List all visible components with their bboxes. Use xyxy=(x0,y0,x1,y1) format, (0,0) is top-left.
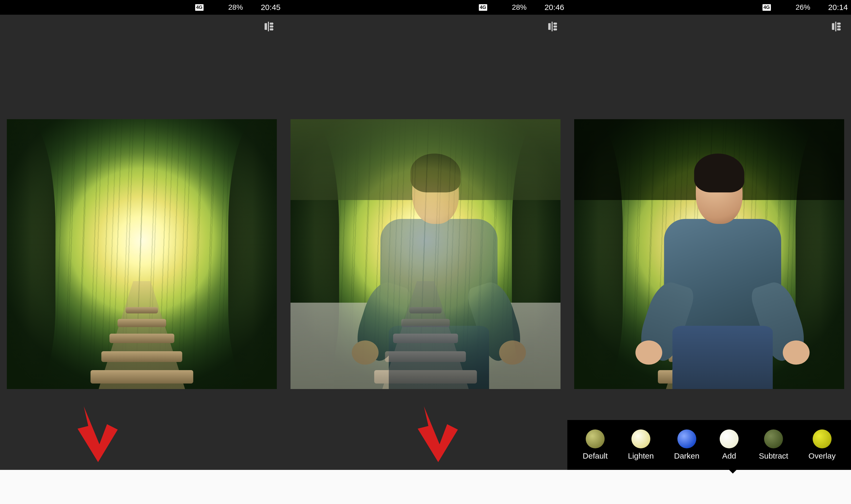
svg-point-70 xyxy=(839,29,840,30)
compare-icon xyxy=(830,21,841,32)
opacity-button[interactable] xyxy=(475,480,490,494)
bottom-toolbar xyxy=(0,470,284,504)
blend-dot-icon xyxy=(677,429,696,448)
blend-mode-label: Overlay xyxy=(809,451,835,461)
network-badge: 4G xyxy=(195,4,203,11)
blend-mode-overlay[interactable]: Overlay xyxy=(809,429,835,461)
blend-mode-label: Add xyxy=(722,451,736,461)
add-image-button[interactable] xyxy=(78,480,92,494)
network-badge: 4G xyxy=(479,4,487,11)
blend-mode-darken[interactable]: Darken xyxy=(674,429,699,461)
svg-point-44 xyxy=(555,26,556,27)
blend-dot-icon xyxy=(813,429,832,448)
phone-screen-1: 4G 28% 20:45 xyxy=(0,0,284,504)
status-bar: 4G 28% 20:46 xyxy=(284,0,567,15)
clock-time: 20:14 xyxy=(828,3,848,12)
clock-time: 20:45 xyxy=(261,3,281,12)
compare-button[interactable] xyxy=(830,21,841,32)
network-badge: 4G xyxy=(762,4,771,11)
opacity-button[interactable] xyxy=(191,480,206,494)
annotation-arrow xyxy=(75,402,120,465)
annotation-arrow xyxy=(415,402,460,465)
style-swatches-button[interactable] xyxy=(702,480,716,494)
add-image-button[interactable] xyxy=(361,480,376,494)
editing-canvas[interactable] xyxy=(290,119,561,389)
battery-percent: 28% xyxy=(228,3,243,12)
blend-mode-default[interactable]: Default xyxy=(583,429,608,461)
compare-button[interactable] xyxy=(546,21,558,32)
compare-button[interactable] xyxy=(263,21,274,32)
blend-mode-label: Subtract xyxy=(759,451,788,461)
svg-point-68 xyxy=(839,23,840,24)
editor-topbar xyxy=(0,15,284,38)
blend-dot-icon xyxy=(720,429,739,448)
blend-dot-icon xyxy=(764,429,783,448)
blend-mode-lighten[interactable]: Lighten xyxy=(628,429,654,461)
phone-screen-2: 4G 28% 20:46 xyxy=(284,0,567,504)
bottom-toolbar xyxy=(567,470,851,504)
blend-mode-subtract[interactable]: Subtract xyxy=(759,429,788,461)
svg-point-18 xyxy=(271,23,273,24)
battery-percent: 26% xyxy=(796,3,810,12)
style-swatches-button[interactable] xyxy=(418,480,433,494)
bottom-toolbar xyxy=(284,470,567,504)
confirm-button[interactable] xyxy=(815,480,830,494)
cancel-button[interactable] xyxy=(588,480,603,494)
svg-point-20 xyxy=(271,29,273,30)
svg-point-69 xyxy=(839,26,840,27)
battery-percent: 28% xyxy=(512,3,527,12)
clock-time: 20:46 xyxy=(545,3,564,12)
blend-dot-icon xyxy=(586,429,605,448)
status-bar: 4G 28% 20:45 xyxy=(0,0,284,15)
opacity-button[interactable] xyxy=(759,480,773,494)
editing-canvas[interactable] xyxy=(574,119,844,389)
svg-point-19 xyxy=(271,26,273,27)
editor-topbar xyxy=(567,15,851,38)
cancel-button[interactable] xyxy=(305,480,319,494)
blend-mode-label: Darken xyxy=(674,451,699,461)
phone-screen-3: 4G 26% 20:14 Default xyxy=(567,0,851,504)
confirm-button[interactable] xyxy=(532,480,546,494)
chevron-down-icon xyxy=(729,470,737,473)
editing-canvas[interactable] xyxy=(7,119,277,389)
confirm-button[interactable] xyxy=(248,480,263,494)
blend-mode-label: Default xyxy=(583,451,608,461)
status-bar: 4G 26% 20:14 xyxy=(567,0,851,15)
editor-topbar xyxy=(284,15,567,38)
blend-mode-label: Lighten xyxy=(628,451,654,461)
blend-mode-add[interactable]: Add xyxy=(720,429,739,461)
blend-dot-icon xyxy=(632,429,650,448)
add-image-button[interactable] xyxy=(645,480,660,494)
cancel-button[interactable] xyxy=(21,480,36,494)
svg-point-43 xyxy=(555,23,556,24)
compare-icon xyxy=(546,21,558,32)
blend-mode-strip: Default Lighten Darken Add Subtract Over… xyxy=(567,420,851,470)
svg-point-45 xyxy=(555,29,556,30)
compare-icon xyxy=(263,21,274,32)
style-swatches-button[interactable] xyxy=(135,480,149,494)
